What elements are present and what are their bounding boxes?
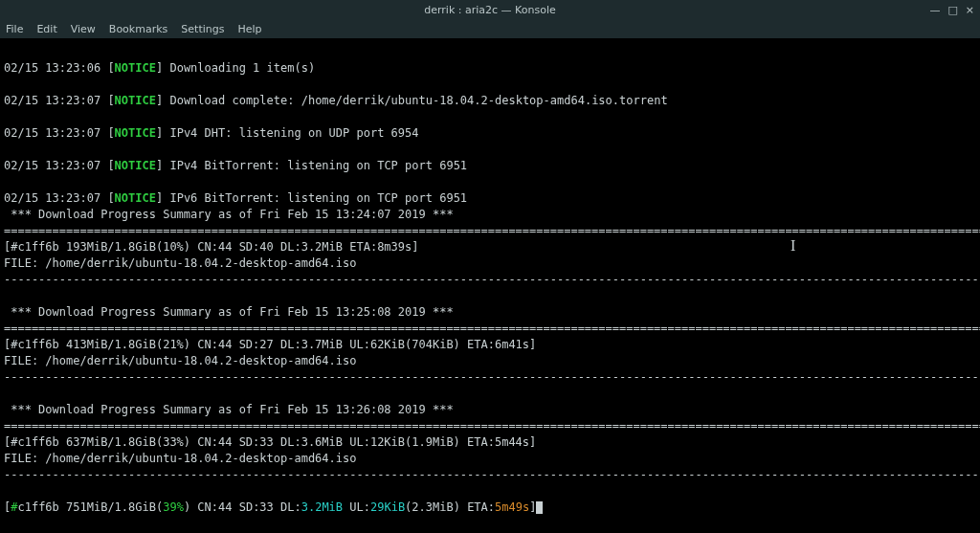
log-line: 02/15 13:23:07 [NOTICE] IPv6 BitTorrent:… [4,190,976,207]
menu-view[interactable]: View [71,23,96,35]
live-id: c1ff6b 751MiB/1.8GiB [17,500,156,514]
notice-tag: NOTICE [115,126,156,140]
live-ul-total: (2.3MiB) [405,500,460,514]
timestamp: 02/15 13:23:06 [4,61,107,75]
log-message: IPv4 DHT: listening on UDP port 6954 [163,126,418,140]
summary-header: *** Download Progress Summary as of Fri … [4,402,976,418]
titlebar[interactable]: derrik : aria2c — Konsole — □ × [0,0,980,19]
summary-stat: [#c1ff6b 413MiB/1.8GiB(21%) CN:44 SD:27 … [4,337,976,353]
blank-line [4,109,976,125]
menu-help[interactable]: Help [237,23,261,35]
summary-stat: [#c1ff6b 193MiB/1.8GiB(10%) CN:44 SD:40 … [4,239,976,255]
text-cursor-icon: I [791,237,795,254]
window-controls: — □ × [929,4,974,16]
summary-file: FILE: /home/derrik/ubuntu-18.04.2-deskto… [4,353,976,369]
close-button[interactable]: × [966,4,974,16]
live-percent: 39% [163,500,184,514]
summary-header: *** Download Progress Summary as of Fri … [4,304,976,321]
log-line: 02/15 13:23:07 [NOTICE] IPv4 BitTorrent:… [4,158,976,174]
timestamp: 02/15 13:23:07 [4,94,107,107]
minimize-button[interactable]: — [929,4,940,16]
log-message: Download complete: /home/derrik/ubuntu-1… [163,94,667,107]
menu-file[interactable]: File [6,23,23,35]
notice-tag: NOTICE [115,61,156,75]
blank-line [4,77,976,93]
terminal-cursor-icon [536,501,543,514]
bracket: [ [107,191,114,205]
summary-file: FILE: /home/derrik/ubuntu-18.04.2-deskto… [4,255,976,272]
summary-header: *** Download Progress Summary as of Fri … [4,207,976,223]
live-dl: 3.2MiB [301,500,343,514]
separator-eq: ========================================… [4,418,976,434]
bracket: [ [107,61,114,75]
separator-eq: ========================================… [4,223,976,239]
menu-bookmarks[interactable]: Bookmarks [109,23,167,35]
log-line: 02/15 13:23:06 [NOTICE] Downloading 1 it… [4,60,976,77]
live-cn: CN:44 SD:33 DL: [190,500,301,514]
blank-line [4,174,976,190]
bracket: [ [107,94,114,107]
separator-dash: ----------------------------------------… [4,369,976,386]
live-ul-label: UL: [343,500,370,514]
window-title: derrik : aria2c — Konsole [424,4,555,16]
bracket: ] [529,500,536,514]
bracket: [ [107,159,114,172]
log-line: 02/15 13:23:07 [NOTICE] IPv4 DHT: listen… [4,125,976,142]
menu-edit[interactable]: Edit [36,23,56,35]
notice-tag: NOTICE [115,94,156,107]
separator-eq: ========================================… [4,321,976,337]
timestamp: 02/15 13:23:07 [4,126,107,140]
live-eta: 5m49s [495,500,529,514]
live-progress-line: [#c1ff6b 751MiB/1.8GiB(39%) CN:44 SD:33 … [4,500,976,516]
log-message: IPv4 BitTorrent: listening on TCP port 6… [163,159,467,172]
blank-line [4,288,976,304]
notice-tag: NOTICE [115,159,156,172]
blank-line [4,44,976,60]
blank-line [4,483,976,500]
timestamp: 02/15 13:23:07 [4,191,107,205]
blank-line [4,142,976,158]
menu-settings[interactable]: Settings [181,23,224,35]
window: derrik : aria2c — Konsole — □ × File Edi… [0,0,980,533]
notice-tag: NOTICE [115,191,156,205]
separator-dash: ----------------------------------------… [4,467,976,483]
timestamp: 02/15 13:23:07 [4,159,107,172]
bracket: [ [107,126,114,140]
log-message: IPv6 BitTorrent: listening on TCP port 6… [163,191,467,205]
terminal-output[interactable]: 02/15 13:23:06 [NOTICE] Downloading 1 it… [0,38,980,533]
summary-stat: [#c1ff6b 637MiB/1.8GiB(33%) CN:44 SD:33 … [4,434,976,451]
separator-dash: ----------------------------------------… [4,272,976,288]
live-eta-label: ETA: [460,500,495,514]
menubar: File Edit View Bookmarks Settings Help [0,19,980,38]
blank-line [4,386,976,402]
live-ul: 29KiB [370,500,405,514]
maximize-button[interactable]: □ [947,4,957,16]
summary-file: FILE: /home/derrik/ubuntu-18.04.2-deskto… [4,451,976,467]
log-line: 02/15 13:23:07 [NOTICE] Download complet… [4,93,976,109]
log-message: Downloading 1 item(s) [163,61,315,75]
